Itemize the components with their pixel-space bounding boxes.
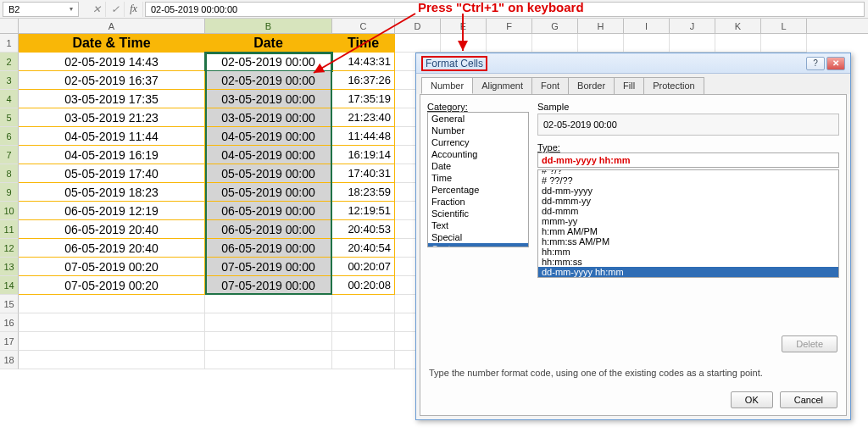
col-header-L[interactable]: L [761, 19, 807, 33]
category-item[interactable]: Currency [428, 136, 528, 148]
accept-entry-icon[interactable]: ✓ [106, 2, 125, 17]
cell[interactable]: 00:20:07 [332, 258, 395, 276]
row-header[interactable]: 8 [0, 164, 19, 183]
category-item[interactable]: Scientific [428, 208, 528, 219]
row-header[interactable]: 2 [0, 53, 19, 71]
cell[interactable] [532, 34, 578, 53]
cell[interactable] [715, 34, 761, 53]
cell[interactable] [19, 351, 205, 369]
cell[interactable] [19, 313, 205, 332]
row-header[interactable]: 13 [0, 258, 19, 276]
cell[interactable]: 03-05-2019 00:00 [205, 90, 332, 108]
type-option-item[interactable]: # ??/?? [538, 175, 838, 186]
row-header[interactable]: 14 [0, 276, 19, 295]
category-item[interactable]: Time [428, 172, 528, 184]
col-header-D[interactable]: D [395, 19, 441, 33]
col-header-C[interactable]: C [332, 19, 395, 33]
cell[interactable]: 02-05-2019 16:37 [19, 71, 205, 90]
col-header-E[interactable]: E [441, 19, 487, 33]
row-header[interactable]: 10 [0, 202, 19, 220]
col-header-J[interactable]: J [670, 19, 715, 33]
cell[interactable]: 05-05-2019 18:23 [19, 183, 205, 202]
name-box[interactable]: B2 [3, 2, 79, 17]
cell[interactable]: 06-05-2019 00:00 [205, 202, 332, 220]
tab-number[interactable]: Number [421, 77, 473, 94]
cell[interactable]: 14:43:31 [332, 53, 395, 71]
cell[interactable]: 18:23:59 [332, 183, 395, 202]
cell[interactable] [205, 351, 332, 369]
type-option-item[interactable]: h:mm AM/PM [538, 226, 838, 236]
cell[interactable] [395, 34, 441, 53]
cell[interactable]: 07-05-2019 00:00 [205, 258, 332, 276]
tab-alignment[interactable]: Alignment [472, 77, 532, 94]
row-header[interactable]: 7 [0, 146, 19, 164]
type-option-item[interactable]: hh:mm:ss [538, 257, 838, 267]
row-header[interactable]: 1 [0, 34, 19, 53]
cell[interactable]: 07-05-2019 00:20 [19, 276, 205, 295]
cell[interactable]: 06-05-2019 00:00 [205, 220, 332, 239]
category-item[interactable]: Percentage [428, 184, 528, 196]
dialog-titlebar[interactable]: Format Cells ? ✕ [416, 53, 850, 74]
category-item[interactable]: Text [428, 219, 528, 231]
row-header[interactable]: 4 [0, 90, 19, 108]
tab-font[interactable]: Font [531, 77, 569, 94]
type-option-item[interactable]: h:mm:ss AM/PM [538, 236, 838, 247]
col-header-H[interactable]: H [578, 19, 624, 33]
row-header[interactable]: 9 [0, 183, 19, 202]
row-header[interactable]: 12 [0, 239, 19, 258]
cell[interactable]: 12:19:51 [332, 202, 395, 220]
delete-button[interactable]: Delete [782, 335, 837, 352]
type-input[interactable] [537, 152, 839, 168]
row-header[interactable]: 18 [0, 351, 19, 369]
col-header-A[interactable]: A [19, 19, 205, 33]
cell[interactable] [332, 313, 395, 332]
cell[interactable] [205, 313, 332, 332]
type-option-item[interactable]: mmm-yy [538, 216, 838, 226]
category-listbox[interactable]: GeneralNumberCurrencyAccountingDateTimeP… [427, 112, 529, 247]
cancel-entry-icon[interactable]: ✕ [87, 2, 106, 17]
row-header[interactable]: 11 [0, 220, 19, 239]
cell[interactable] [19, 295, 205, 313]
cell[interactable]: 07-05-2019 00:20 [19, 258, 205, 276]
cell[interactable]: 21:23:40 [332, 108, 395, 127]
cancel-button[interactable]: Cancel [780, 391, 837, 408]
cell[interactable]: 20:40:54 [332, 239, 395, 258]
row-header[interactable]: 6 [0, 127, 19, 146]
cell[interactable] [578, 34, 624, 53]
col-header-B[interactable]: B [205, 19, 332, 33]
cell[interactable]: 04-05-2019 11:44 [19, 127, 205, 146]
category-item[interactable]: General [428, 113, 528, 125]
row-header[interactable]: 15 [0, 295, 19, 313]
cell[interactable]: 05-05-2019 17:40 [19, 164, 205, 183]
col-header-I[interactable]: I [624, 19, 670, 33]
cell[interactable]: 07-05-2019 00:00 [205, 276, 332, 295]
cell[interactable]: 17:35:19 [332, 90, 395, 108]
cell[interactable]: 06-05-2019 20:40 [19, 239, 205, 258]
type-option-item[interactable]: hh:mm [538, 247, 838, 257]
col-header-G[interactable]: G [532, 19, 578, 33]
cell[interactable]: 02-05-2019 14:43 [19, 53, 205, 71]
cell[interactable] [205, 332, 332, 351]
cell[interactable]: Time [332, 34, 395, 53]
cell[interactable] [205, 295, 332, 313]
cell[interactable] [19, 332, 205, 351]
category-item[interactable]: Number [428, 125, 528, 136]
cell[interactable]: 06-05-2019 20:40 [19, 220, 205, 239]
category-item[interactable]: Fraction [428, 196, 528, 208]
cell[interactable]: 02-05-2019 00:00 [205, 71, 332, 90]
col-header-K[interactable]: K [715, 19, 761, 33]
cell[interactable]: 20:40:53 [332, 220, 395, 239]
cell[interactable] [624, 34, 670, 53]
cell[interactable] [761, 34, 807, 53]
cell[interactable]: 05-05-2019 00:00 [205, 164, 332, 183]
type-option-listbox[interactable]: # ?/?# ??/??dd-mm-yyyydd-mmm-yydd-mmmmmm… [537, 169, 839, 278]
cell[interactable]: 04-05-2019 00:00 [205, 146, 332, 164]
cell[interactable]: 16:19:14 [332, 146, 395, 164]
tab-fill[interactable]: Fill [614, 77, 644, 94]
cell[interactable]: 04-05-2019 00:00 [205, 127, 332, 146]
type-option-item[interactable]: dd-mmm [538, 206, 838, 216]
cell[interactable]: Date [205, 34, 332, 53]
cell[interactable]: 03-05-2019 17:35 [19, 90, 205, 108]
type-option-item[interactable]: dd-mmm-yy [538, 196, 838, 206]
cell[interactable] [332, 351, 395, 369]
